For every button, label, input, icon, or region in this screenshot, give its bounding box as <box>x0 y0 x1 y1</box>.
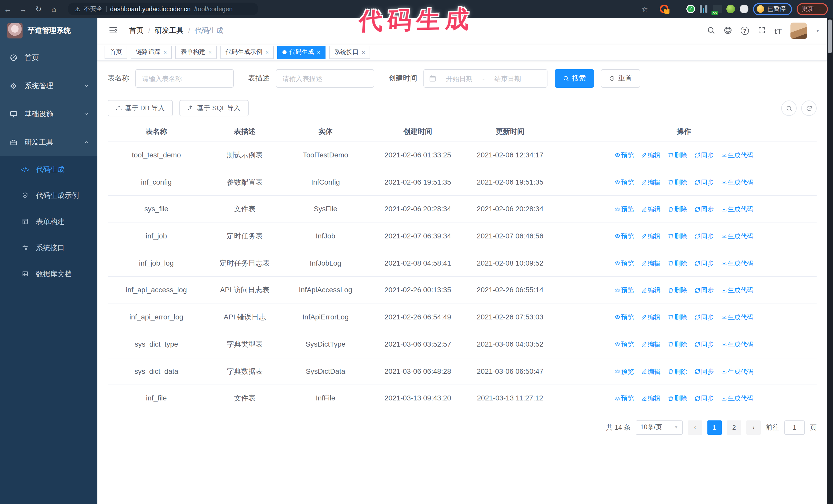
page-1-button[interactable]: 1 <box>708 421 722 435</box>
scrollbar-thumb[interactable] <box>828 20 832 53</box>
page-scrollbar[interactable] <box>827 18 833 504</box>
generate-code-link[interactable]: 生成代码 <box>721 260 753 267</box>
tag-system-api[interactable]: 系统接口× <box>329 45 371 59</box>
user-menu-caret-icon[interactable]: ▼ <box>815 28 820 33</box>
delete-link[interactable]: 删除 <box>668 314 687 321</box>
preview-link[interactable]: 预览 <box>614 287 634 294</box>
sidebar-item-system-management[interactable]: ⚙ 系统管理 <box>0 72 97 100</box>
preview-link[interactable]: 预览 <box>614 314 634 321</box>
not-secure-label[interactable]: 不安全 <box>84 5 102 13</box>
delete-link[interactable]: 删除 <box>668 287 687 294</box>
sync-link[interactable]: 同步 <box>694 152 714 159</box>
edit-link[interactable]: 编辑 <box>641 314 661 321</box>
extension-on-icon[interactable]: on <box>713 5 722 13</box>
tag-form-builder[interactable]: 表单构建× <box>175 45 217 59</box>
tag-tracing[interactable]: 链路追踪× <box>131 45 172 59</box>
generate-code-link[interactable]: 生成代码 <box>721 395 753 402</box>
delete-link[interactable]: 删除 <box>668 152 687 159</box>
page-size-select[interactable]: 10条/页▼ <box>636 421 683 435</box>
preview-link[interactable]: 预览 <box>614 179 634 186</box>
table-name-input[interactable] <box>135 69 234 88</box>
end-date-input[interactable] <box>488 75 528 82</box>
browser-menu-icon[interactable]: ⋮ <box>817 6 823 12</box>
extensions-puzzle-icon[interactable] <box>740 5 748 13</box>
edit-link[interactable]: 编辑 <box>641 368 661 375</box>
browser-reload-icon[interactable]: ↻ <box>31 4 46 14</box>
sidebar-subitem-codegen[interactable]: </> 代码生成 <box>0 157 97 183</box>
sidebar-item-dev-tools[interactable]: 研发工具 <box>0 128 97 157</box>
delete-link[interactable]: 删除 <box>668 206 687 213</box>
bookmark-star-icon[interactable]: ☆ <box>642 5 648 13</box>
extension-columns-icon[interactable] <box>700 5 709 13</box>
page-2-button[interactable]: 2 <box>727 421 741 435</box>
browser-update-button[interactable]: 更新⋮ <box>796 3 828 15</box>
generate-code-link[interactable]: 生成代码 <box>721 314 753 321</box>
preview-link[interactable]: 预览 <box>614 233 634 240</box>
browser-back-icon[interactable]: ← <box>0 5 15 13</box>
preview-link[interactable]: 预览 <box>614 206 634 213</box>
search-button[interactable]: 搜索 <box>555 69 594 88</box>
sidebar-subitem-codegen-example[interactable]: 代码生成示例 <box>0 183 97 209</box>
sidebar-subitem-form-builder[interactable]: 表单构建 <box>0 209 97 235</box>
close-icon[interactable]: × <box>208 49 212 55</box>
extension-frog-icon[interactable] <box>727 5 735 13</box>
sync-link[interactable]: 同步 <box>694 260 714 267</box>
generate-code-link[interactable]: 生成代码 <box>721 287 753 294</box>
address-bar[interactable]: ⚠ 不安全 dashboard.yudao.iocoder.cn/tool/co… <box>68 3 258 16</box>
close-icon[interactable]: × <box>362 49 365 55</box>
close-icon[interactable]: × <box>317 49 320 55</box>
sidebar-subitem-db-doc[interactable]: 数据库文档 <box>0 261 97 287</box>
profile-paused-badge[interactable]: 已暂停 <box>753 3 792 15</box>
edit-link[interactable]: 编辑 <box>641 179 661 186</box>
browser-forward-icon[interactable]: → <box>15 5 31 13</box>
import-sql-button[interactable]: 基于 SQL 导入 <box>180 100 249 116</box>
table-desc-input[interactable] <box>276 69 374 88</box>
preview-link[interactable]: 预览 <box>614 260 634 267</box>
app-logo[interactable]: 芋道管理系统 <box>0 18 97 44</box>
extension-check-icon[interactable]: ✓ <box>686 5 695 13</box>
close-icon[interactable]: × <box>164 49 167 55</box>
goto-page-input[interactable] <box>784 421 805 435</box>
sync-link[interactable]: 同步 <box>694 368 714 375</box>
edit-link[interactable]: 编辑 <box>641 233 661 240</box>
edit-link[interactable]: 编辑 <box>641 260 661 267</box>
edit-link[interactable]: 编辑 <box>641 341 661 348</box>
help-icon[interactable]: ? <box>741 27 749 35</box>
tag-codegen-example[interactable]: 代码生成示例× <box>220 45 274 59</box>
fullscreen-icon[interactable] <box>758 26 766 35</box>
browser-home-icon[interactable]: ⌂ <box>46 5 62 13</box>
preview-link[interactable]: 预览 <box>614 152 634 159</box>
preview-link[interactable]: 预览 <box>614 341 634 348</box>
sync-link[interactable]: 同步 <box>694 341 714 348</box>
edit-link[interactable]: 编辑 <box>641 395 661 402</box>
generate-code-link[interactable]: 生成代码 <box>721 152 753 159</box>
delete-link[interactable]: 删除 <box>668 341 687 348</box>
tag-home[interactable]: 首页 <box>104 45 127 59</box>
sync-link[interactable]: 同步 <box>694 287 714 294</box>
github-icon[interactable] <box>724 26 732 35</box>
generate-code-link[interactable]: 生成代码 <box>721 233 753 240</box>
extension-orange-icon[interactable]: 1 <box>660 5 668 13</box>
sidebar-collapse-icon[interactable] <box>104 25 122 36</box>
edit-link[interactable]: 编辑 <box>641 206 661 213</box>
sidebar-item-home[interactable]: 首页 <box>0 44 97 72</box>
extension-gem-icon[interactable] <box>673 5 682 13</box>
search-icon[interactable] <box>707 26 715 35</box>
preview-link[interactable]: 预览 <box>614 395 634 402</box>
sidebar-subitem-system-api[interactable]: 系统接口 <box>0 235 97 261</box>
import-db-button[interactable]: 基于 DB 导入 <box>108 100 173 116</box>
url-host[interactable]: dashboard.yudao.iocoder.cn <box>110 5 191 13</box>
refresh-table-button[interactable] <box>801 100 816 116</box>
next-page-button[interactable]: › <box>746 421 761 435</box>
delete-link[interactable]: 删除 <box>668 395 687 402</box>
generate-code-link[interactable]: 生成代码 <box>721 206 753 213</box>
toggle-search-button[interactable] <box>781 100 796 116</box>
generate-code-link[interactable]: 生成代码 <box>721 341 753 348</box>
start-date-input[interactable] <box>439 75 479 82</box>
sync-link[interactable]: 同步 <box>694 233 714 240</box>
reset-button[interactable]: 重置 <box>601 69 640 88</box>
edit-link[interactable]: 编辑 <box>641 152 661 159</box>
generate-code-link[interactable]: 生成代码 <box>721 179 753 186</box>
user-avatar[interactable] <box>790 23 807 39</box>
delete-link[interactable]: 删除 <box>668 179 687 186</box>
